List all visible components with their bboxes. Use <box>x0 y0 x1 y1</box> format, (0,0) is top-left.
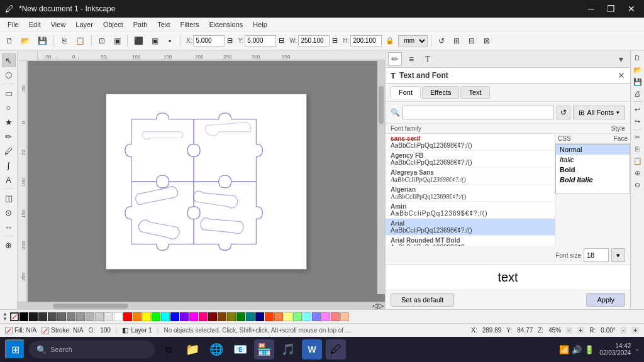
set-default-button[interactable]: Set as default <box>391 293 454 307</box>
mini-zoom-out-btn[interactable]: ⊖ <box>632 179 643 190</box>
copy-btn[interactable]: ⎘ <box>57 34 71 48</box>
color-yellow[interactable] <box>142 312 151 321</box>
taskbar-file-explorer[interactable]: 📁 <box>182 339 203 359</box>
font-item-algerian[interactable]: Algerian AaBbCcIiPpQq123698€¢?;/() <box>386 185 555 202</box>
font-item-agency-fb[interactable]: Agency FB AaBbCcIiPpQq123698€¢?;/() <box>386 151 555 168</box>
color-lightyellow[interactable] <box>284 312 292 321</box>
mini-cut-btn[interactable]: ✂ <box>632 131 643 143</box>
font-refresh-btn[interactable]: ↺ <box>557 106 570 119</box>
rotation-decrease-btn[interactable]: - <box>621 327 626 334</box>
apply-button[interactable]: Apply <box>586 293 625 307</box>
rect-tool[interactable]: ▭ <box>2 86 16 100</box>
mini-open-btn[interactable]: 📂 <box>632 64 643 75</box>
taskbar-search[interactable]: 🔍 Search <box>29 341 155 358</box>
color-white[interactable] <box>114 312 123 321</box>
font-item-alegreya-sans[interactable]: Alegreya Sans AaBbCcIiPpQq123698€¢?./() <box>386 168 555 185</box>
collections-btn[interactable]: ⊞ All Fonts ▾ <box>573 106 625 119</box>
panel-tab-text[interactable]: T <box>421 52 435 66</box>
mini-zoom-in-btn[interactable]: ⊕ <box>632 167 643 178</box>
color-brown[interactable] <box>218 312 226 321</box>
color-olive[interactable] <box>227 312 236 321</box>
menu-help[interactable]: Help <box>248 19 272 30</box>
color-7[interactable] <box>86 312 94 321</box>
battery-icon[interactable]: 🔋 <box>584 345 594 354</box>
taskbar-inkscape[interactable]: 🖊 <box>326 339 346 359</box>
maximize-button[interactable]: ❐ <box>603 3 619 15</box>
color-1[interactable] <box>29 312 38 321</box>
pencil-tool[interactable]: ✏ <box>2 129 16 143</box>
color-navy[interactable] <box>255 312 264 321</box>
zoom-fit-btn[interactable]: ⊡ <box>95 34 109 48</box>
color-darkgreen[interactable] <box>236 312 245 321</box>
star-tool[interactable]: ★ <box>2 115 16 129</box>
scrollbar-h[interactable]: ◁ ▷ <box>18 302 385 309</box>
h-input[interactable] <box>350 35 382 47</box>
color-orange[interactable] <box>133 312 142 321</box>
gradient-tool[interactable]: ◫ <box>2 191 16 205</box>
mini-redo-btn[interactable]: ↪ <box>632 116 643 127</box>
mini-print-btn[interactable]: 🖨 <box>632 88 643 99</box>
menu-view[interactable]: View <box>46 19 71 30</box>
x-input[interactable] <box>193 35 225 47</box>
scrollbar-v[interactable] <box>377 61 385 294</box>
menu-path[interactable]: Path <box>128 19 153 30</box>
font-item-amiri[interactable]: Amiri AaBbCcIiPpQq12369$€¢?;/() <box>386 202 555 219</box>
zoom-page-btn[interactable]: ▣ <box>110 34 124 48</box>
color-9[interactable] <box>104 312 113 321</box>
transform-btn[interactable]: ↺ <box>435 34 448 48</box>
panel-collapse-btn[interactable]: ▾ <box>614 52 628 66</box>
callig-tool[interactable]: ∫ <box>2 158 16 172</box>
mini-save-btn[interactable]: 💾 <box>632 76 643 87</box>
taskbar-edge[interactable]: 🌐 <box>206 339 226 359</box>
taskbar-word[interactable]: W <box>302 339 322 359</box>
color-blue[interactable] <box>170 312 179 321</box>
color-lightmagenta[interactable] <box>321 312 330 321</box>
style-bold[interactable]: Bold <box>556 165 630 175</box>
guide-btn[interactable]: ⊠ <box>480 34 494 48</box>
w-input[interactable] <box>298 35 330 47</box>
menu-edit[interactable]: Edit <box>24 19 46 30</box>
font-item-arial-rounded[interactable]: Arial Rounded MT Bold AaBbCcIiPpQq12369$… <box>386 236 555 246</box>
color-6[interactable] <box>76 312 85 321</box>
new-btn[interactable]: 🗋 <box>3 34 16 48</box>
color-8[interactable] <box>95 312 104 321</box>
no-color-swatch[interactable] <box>10 312 19 321</box>
panel-tab-properties[interactable]: ≡ <box>404 52 418 66</box>
color-red[interactable] <box>123 312 132 321</box>
panel-tab-edit[interactable]: ✏ <box>388 52 402 66</box>
measure-tool[interactable]: ↔ <box>2 220 16 234</box>
paste-btn[interactable]: 📋 <box>72 34 88 48</box>
scrollbar-v-thumb[interactable] <box>379 86 384 124</box>
mini-paste2-btn[interactable]: 📋 <box>632 155 643 167</box>
close-button[interactable]: ✕ <box>624 3 639 15</box>
scrollbar-h-thumb[interactable] <box>53 304 128 309</box>
eyedrop-tool[interactable]: ⊙ <box>2 206 16 219</box>
canvas-scroll[interactable]: .puzzle-path { fill: none; stroke: #8888… <box>28 61 385 302</box>
color-lightcyan[interactable] <box>303 312 311 321</box>
color-lightgreen[interactable] <box>293 312 302 321</box>
color-4[interactable] <box>57 312 66 321</box>
minimize-button[interactable]: ─ <box>584 3 598 15</box>
menu-layer[interactable]: Layer <box>70 19 98 30</box>
mini-undo-btn[interactable]: ↩ <box>632 104 643 115</box>
menu-file[interactable]: File <box>3 19 24 30</box>
font-item-arial[interactable]: Arial AaBbCcIiPpQq123698€¢?;/() <box>386 219 555 236</box>
save-btn[interactable]: 💾 <box>35 34 50 48</box>
align-left-btn[interactable]: ⬛ <box>131 34 147 48</box>
menu-filters[interactable]: Filters <box>175 19 204 30</box>
mini-new-btn[interactable]: 🗋 <box>632 52 643 63</box>
style-italic[interactable]: Italic <box>556 155 630 165</box>
palette-down-arrow[interactable]: ▼ <box>3 317 8 322</box>
style-bold-italic[interactable]: Bold Italic <box>556 175 630 185</box>
color-black[interactable] <box>19 312 28 321</box>
align-center-btn[interactable]: ▣ <box>148 34 162 48</box>
color-2[interactable] <box>38 312 47 321</box>
color-green[interactable] <box>152 312 160 321</box>
unit-select[interactable]: mmpxin <box>398 35 428 47</box>
pen-tool[interactable]: 🖊 <box>2 144 16 158</box>
color-lightblue[interactable] <box>312 312 321 321</box>
text-tool[interactable]: A <box>2 173 16 187</box>
y-input[interactable] <box>245 35 276 47</box>
font-item-sans-serif[interactable]: sans-serif AaBbCcIiPpQq123698€¢?;/() <box>386 134 555 151</box>
zoom-decrease-btn[interactable]: - <box>566 327 572 334</box>
